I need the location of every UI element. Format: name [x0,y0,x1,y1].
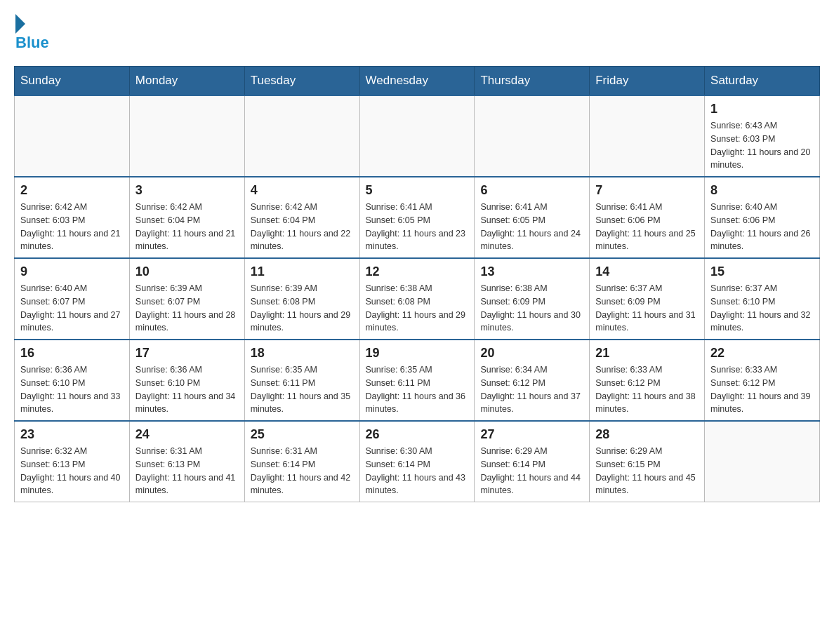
day-info: Sunrise: 6:30 AM Sunset: 6:14 PM Dayligh… [366,445,469,497]
page-header: Blue [14,14,820,52]
day-info: Sunrise: 6:32 AM Sunset: 6:13 PM Dayligh… [20,445,124,497]
calendar-cell: 16Sunrise: 6:36 AM Sunset: 6:10 PM Dayli… [15,340,130,421]
day-of-week-header: Monday [129,67,244,96]
calendar-cell: 22Sunrise: 6:33 AM Sunset: 6:12 PM Dayli… [705,340,820,421]
day-number: 21 [595,346,699,361]
day-number: 11 [251,264,354,279]
week-row: 16Sunrise: 6:36 AM Sunset: 6:10 PM Dayli… [15,340,820,421]
calendar-cell: 23Sunrise: 6:32 AM Sunset: 6:13 PM Dayli… [15,421,130,502]
day-info: Sunrise: 6:29 AM Sunset: 6:15 PM Dayligh… [595,445,699,497]
calendar-cell [15,95,130,177]
day-number: 18 [251,346,354,361]
day-number: 20 [480,346,583,361]
calendar-cell: 26Sunrise: 6:30 AM Sunset: 6:14 PM Dayli… [359,421,475,502]
week-row: 2Sunrise: 6:42 AM Sunset: 6:03 PM Daylig… [15,177,820,258]
day-number: 12 [366,264,469,279]
calendar-cell [475,95,590,177]
day-number: 2 [20,183,124,198]
calendar-cell: 25Sunrise: 6:31 AM Sunset: 6:14 PM Dayli… [244,421,359,502]
day-number: 6 [480,183,583,198]
calendar-cell: 5Sunrise: 6:41 AM Sunset: 6:05 PM Daylig… [359,177,475,258]
calendar-cell: 18Sunrise: 6:35 AM Sunset: 6:11 PM Dayli… [244,340,359,421]
calendar-cell: 15Sunrise: 6:37 AM Sunset: 6:10 PM Dayli… [705,258,820,340]
day-number: 5 [366,183,469,198]
calendar-cell: 19Sunrise: 6:35 AM Sunset: 6:11 PM Dayli… [359,340,475,421]
day-info: Sunrise: 6:40 AM Sunset: 6:07 PM Dayligh… [20,282,124,335]
day-info: Sunrise: 6:37 AM Sunset: 6:10 PM Dayligh… [710,282,814,335]
day-number: 17 [135,346,239,361]
calendar-cell: 28Sunrise: 6:29 AM Sunset: 6:15 PM Dayli… [590,421,705,502]
day-number: 8 [710,183,814,198]
day-number: 9 [20,264,124,279]
day-number: 19 [366,346,469,361]
day-info: Sunrise: 6:42 AM Sunset: 6:04 PM Dayligh… [135,201,239,253]
calendar-cell: 14Sunrise: 6:37 AM Sunset: 6:09 PM Dayli… [590,258,705,340]
day-of-week-header: Wednesday [359,67,475,96]
calendar-cell [129,95,244,177]
week-row: 9Sunrise: 6:40 AM Sunset: 6:07 PM Daylig… [15,258,820,340]
day-info: Sunrise: 6:31 AM Sunset: 6:14 PM Dayligh… [251,445,354,497]
calendar-cell: 4Sunrise: 6:42 AM Sunset: 6:04 PM Daylig… [244,177,359,258]
day-number: 1 [710,102,814,116]
day-number: 13 [480,264,583,279]
calendar-cell [359,95,475,177]
calendar-cell: 9Sunrise: 6:40 AM Sunset: 6:07 PM Daylig… [15,258,130,340]
day-info: Sunrise: 6:36 AM Sunset: 6:10 PM Dayligh… [20,363,124,416]
day-number: 23 [20,427,124,442]
day-number: 3 [135,183,239,198]
day-info: Sunrise: 6:39 AM Sunset: 6:08 PM Dayligh… [251,282,354,335]
calendar-cell: 8Sunrise: 6:40 AM Sunset: 6:06 PM Daylig… [705,177,820,258]
calendar-cell: 21Sunrise: 6:33 AM Sunset: 6:12 PM Dayli… [590,340,705,421]
logo: Blue [14,14,49,52]
calendar-cell: 27Sunrise: 6:29 AM Sunset: 6:14 PM Dayli… [475,421,590,502]
week-row: 1Sunrise: 6:43 AM Sunset: 6:03 PM Daylig… [15,95,820,177]
calendar-cell [705,421,820,502]
day-number: 26 [366,427,469,442]
day-number: 15 [710,264,814,279]
day-info: Sunrise: 6:34 AM Sunset: 6:12 PM Dayligh… [480,363,583,416]
day-number: 25 [251,427,354,442]
calendar-cell [590,95,705,177]
day-number: 14 [595,264,699,279]
calendar-cell: 12Sunrise: 6:38 AM Sunset: 6:08 PM Dayli… [359,258,475,340]
calendar-cell: 2Sunrise: 6:42 AM Sunset: 6:03 PM Daylig… [15,177,130,258]
day-info: Sunrise: 6:43 AM Sunset: 6:03 PM Dayligh… [710,119,814,172]
days-of-week-row: SundayMondayTuesdayWednesdayThursdayFrid… [15,67,820,96]
day-info: Sunrise: 6:35 AM Sunset: 6:11 PM Dayligh… [366,363,469,416]
day-info: Sunrise: 6:38 AM Sunset: 6:09 PM Dayligh… [480,282,583,335]
day-number: 22 [710,346,814,361]
day-of-week-header: Thursday [475,67,590,96]
calendar-cell: 1Sunrise: 6:43 AM Sunset: 6:03 PM Daylig… [705,95,820,177]
day-of-week-header: Sunday [15,67,130,96]
day-number: 27 [480,427,583,442]
day-info: Sunrise: 6:41 AM Sunset: 6:05 PM Dayligh… [480,201,583,253]
calendar-cell: 24Sunrise: 6:31 AM Sunset: 6:13 PM Dayli… [129,421,244,502]
day-number: 28 [595,427,699,442]
day-info: Sunrise: 6:42 AM Sunset: 6:03 PM Dayligh… [20,201,124,253]
calendar-cell: 10Sunrise: 6:39 AM Sunset: 6:07 PM Dayli… [129,258,244,340]
day-number: 7 [595,183,699,198]
calendar-cell [244,95,359,177]
day-info: Sunrise: 6:36 AM Sunset: 6:10 PM Dayligh… [135,363,239,416]
calendar-cell: 6Sunrise: 6:41 AM Sunset: 6:05 PM Daylig… [475,177,590,258]
day-number: 24 [135,427,239,442]
day-info: Sunrise: 6:39 AM Sunset: 6:07 PM Dayligh… [135,282,239,335]
calendar-cell: 20Sunrise: 6:34 AM Sunset: 6:12 PM Dayli… [475,340,590,421]
day-of-week-header: Friday [590,67,705,96]
day-of-week-header: Saturday [705,67,820,96]
calendar-cell: 17Sunrise: 6:36 AM Sunset: 6:10 PM Dayli… [129,340,244,421]
day-info: Sunrise: 6:33 AM Sunset: 6:12 PM Dayligh… [595,363,699,416]
day-info: Sunrise: 6:31 AM Sunset: 6:13 PM Dayligh… [135,445,239,497]
day-number: 16 [20,346,124,361]
day-info: Sunrise: 6:33 AM Sunset: 6:12 PM Dayligh… [710,363,814,416]
logo-arrow-icon [15,14,25,34]
day-number: 10 [135,264,239,279]
calendar-cell: 11Sunrise: 6:39 AM Sunset: 6:08 PM Dayli… [244,258,359,340]
calendar-table: SundayMondayTuesdayWednesdayThursdayFrid… [14,66,820,502]
calendar-cell: 13Sunrise: 6:38 AM Sunset: 6:09 PM Dayli… [475,258,590,340]
day-info: Sunrise: 6:42 AM Sunset: 6:04 PM Dayligh… [251,201,354,253]
day-info: Sunrise: 6:35 AM Sunset: 6:11 PM Dayligh… [251,363,354,416]
day-info: Sunrise: 6:41 AM Sunset: 6:05 PM Dayligh… [366,201,469,253]
day-info: Sunrise: 6:41 AM Sunset: 6:06 PM Dayligh… [595,201,699,253]
day-info: Sunrise: 6:40 AM Sunset: 6:06 PM Dayligh… [710,201,814,253]
